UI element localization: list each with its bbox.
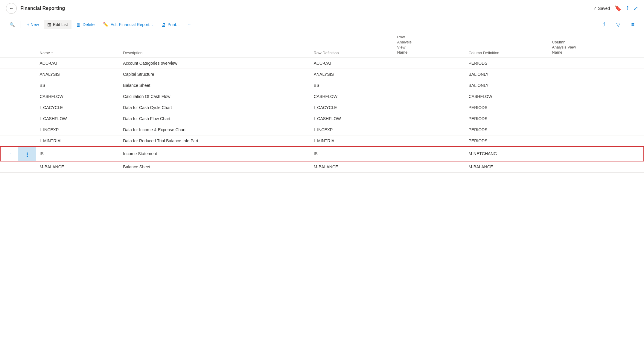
name-cell: I_CACYCLE (36, 102, 120, 113)
th-context (18, 32, 36, 58)
column-analysis-view-name-cell (548, 124, 644, 135)
column-analysis-view-name-cell (548, 135, 644, 146)
page-title: Financial Reporting (20, 6, 590, 11)
delete-button[interactable]: 🗑 Delete (73, 20, 98, 29)
table-header-row: Name ↑ Description Row Definition RowAna… (0, 32, 644, 58)
description-cell: Balance Sheet (119, 161, 310, 173)
row-indicator-cell (0, 161, 18, 173)
description-cell: Income Statement (119, 146, 310, 161)
row-analysis-view-name-cell (393, 161, 465, 173)
print-label: Print... (168, 22, 179, 27)
edit-list-label: Edit List (53, 22, 68, 27)
row-analysis-view-name-cell (393, 58, 465, 69)
table-row[interactable]: M-BALANCEBalance SheetM-BALANCEM-BALANCE (0, 161, 644, 173)
share-toolbar-icon[interactable]: ⤴ (599, 20, 609, 30)
row-indicator-cell (0, 135, 18, 146)
th-column-definition[interactable]: Column Definition (465, 32, 548, 58)
table-row[interactable]: ACC-CATAccount Categories overviewACC-CA… (0, 58, 644, 69)
more-label: ··· (188, 22, 191, 27)
share-icon[interactable]: ⤴ (626, 5, 629, 12)
edit-financial-report-label: Edit Financial Report... (110, 22, 153, 27)
row-context-menu-cell (18, 69, 36, 80)
edit-icon: ✏️ (103, 22, 109, 27)
row-definition-cell: IS (310, 146, 394, 161)
column-definition-cell: PERIODS (465, 113, 548, 124)
th-row-analysis-view-name[interactable]: RowAnalysisViewName (393, 32, 465, 58)
more-button[interactable]: ··· (184, 20, 195, 29)
table-container: Name ↑ Description Row Definition RowAna… (0, 32, 644, 173)
name-cell: I_MINTRIAL (36, 135, 120, 146)
row-context-menu-cell (18, 80, 36, 91)
description-cell: Data for Income & Expense Chart (119, 124, 310, 135)
row-indicator-cell (0, 58, 18, 69)
th-row-definition-label: Row Definition (314, 51, 339, 55)
table-body: ACC-CATAccount Categories overviewACC-CA… (0, 58, 644, 172)
edit-list-button[interactable]: ⊞ Edit List (44, 20, 71, 29)
expand-icon[interactable]: ⤢ (634, 5, 638, 12)
th-row-definition[interactable]: Row Definition (310, 32, 394, 58)
top-right-actions: ✓ Saved 🔖 ⤴ ⤢ (593, 5, 638, 12)
row-indicator-cell (0, 102, 18, 113)
row-analysis-view-name-cell (393, 135, 465, 146)
row-definition-cell: I_INCEXP (310, 124, 394, 135)
th-name[interactable]: Name ↑ (36, 32, 120, 58)
description-cell: Data for Cash Flow Chart (119, 113, 310, 124)
table-row[interactable]: ANALYSISCapital StructureANALYSISBAL ONL… (0, 69, 644, 80)
filter-toolbar-icon[interactable]: ▽ (613, 19, 624, 30)
row-analysis-view-name-cell (393, 69, 465, 80)
back-button[interactable]: ← (6, 3, 17, 14)
column-analysis-view-name-cell (548, 69, 644, 80)
row-analysis-view-name-cell (393, 91, 465, 102)
top-bar: ← Financial Reporting ✓ Saved 🔖 ⤴ ⤢ (0, 0, 644, 17)
row-context-menu-cell[interactable] (18, 146, 36, 161)
description-cell: Capital Structure (119, 69, 310, 80)
column-definition-cell: PERIODS (465, 58, 548, 69)
column-definition-cell: PERIODS (465, 102, 548, 113)
row-definition-cell: I_MINTRIAL (310, 135, 394, 146)
name-cell: I_INCEXP (36, 124, 120, 135)
toolbar-separator-1 (21, 21, 21, 28)
table-row[interactable]: BSBalance SheetBSBAL ONLY (0, 80, 644, 91)
search-button[interactable]: 🔍 (6, 20, 18, 29)
th-description[interactable]: Description (119, 32, 310, 58)
edit-list-icon: ⊞ (47, 22, 51, 28)
column-definition-cell: PERIODS (465, 124, 548, 135)
row-definition-cell: M-BALANCE (310, 161, 394, 173)
table-row[interactable]: I_CACYCLEData for Cash Cycle ChartI_CACY… (0, 102, 644, 113)
row-context-menu-cell (18, 58, 36, 69)
search-icon: 🔍 (10, 22, 15, 27)
table-row[interactable]: CASHFLOWCalculation Of Cash FlowCASHFLOW… (0, 91, 644, 102)
context-dots-icon[interactable] (25, 152, 30, 158)
row-context-menu-cell (18, 102, 36, 113)
back-icon: ← (9, 6, 14, 11)
description-cell: Data for Reduced Trial Balance Info Part (119, 135, 310, 146)
row-analysis-view-name-cell (393, 146, 465, 161)
table-row[interactable]: I_INCEXPData for Income & Expense ChartI… (0, 124, 644, 135)
table-row[interactable]: →ISIncome StatementISM-NETCHANG (0, 146, 644, 161)
column-definition-cell: M-BALANCE (465, 161, 548, 173)
toolbar: 🔍 + New ⊞ Edit List 🗑 Delete ✏️ Edit Fin… (0, 17, 644, 32)
column-definition-cell: M-NETCHANG (465, 146, 548, 161)
description-cell: Calculation Of Cash Flow (119, 91, 310, 102)
table-row[interactable]: I_MINTRIALData for Reduced Trial Balance… (0, 135, 644, 146)
print-button[interactable]: 🖨 Print... (158, 20, 183, 29)
name-cell: I_CASHFLOW (36, 113, 120, 124)
th-column-analysis-view-name[interactable]: ColumnAnalysis ViewName (548, 32, 644, 58)
row-context-menu-cell (18, 113, 36, 124)
name-cell: ANALYSIS (36, 69, 120, 80)
description-cell: Account Categories overview (119, 58, 310, 69)
saved-label: Saved (598, 6, 610, 11)
column-definition-cell: BAL ONLY (465, 80, 548, 91)
columns-toolbar-icon[interactable]: ≡ (628, 20, 638, 30)
table-row[interactable]: I_CASHFLOWData for Cash Flow ChartI_CASH… (0, 113, 644, 124)
column-analysis-view-name-cell (548, 58, 644, 69)
name-cell: CASHFLOW (36, 91, 120, 102)
bookmark-icon[interactable]: 🔖 (615, 5, 621, 12)
row-indicator-cell (0, 80, 18, 91)
new-button[interactable]: + New (23, 20, 42, 29)
row-definition-cell: ANALYSIS (310, 69, 394, 80)
column-analysis-view-name-cell (548, 146, 644, 161)
saved-status: ✓ Saved (593, 6, 610, 11)
new-label: + New (27, 22, 39, 27)
edit-financial-report-button[interactable]: ✏️ Edit Financial Report... (99, 20, 156, 29)
